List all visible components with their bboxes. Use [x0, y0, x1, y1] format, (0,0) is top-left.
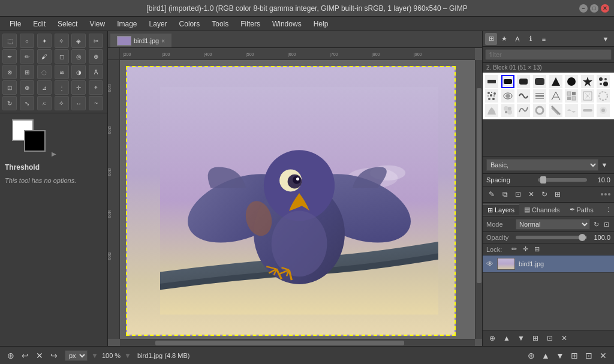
brush-cell[interactable] [533, 89, 546, 103]
layer-visibility-icon[interactable]: 👁 [486, 260, 493, 268]
spacing-slider[interactable] [538, 178, 587, 182]
brush-cell[interactable] [485, 89, 498, 103]
brush-cell[interactable] [565, 75, 578, 88]
status-nav-undo[interactable]: ↩ [19, 350, 31, 362]
menu-item-edit[interactable]: Edit [28, 19, 50, 29]
brush-preset-select[interactable]: Basic, [486, 159, 598, 171]
brush-cell[interactable] [533, 104, 546, 117]
menu-item-tools[interactable]: Tools [207, 19, 233, 29]
ellipse-select-tool[interactable]: ○ [20, 34, 34, 48]
layers-mode-select[interactable]: Normal Dissolve Multiply [516, 219, 590, 230]
dodge-burn-tool[interactable]: ◑ [71, 65, 86, 79]
fonts-panel-icon[interactable]: A [511, 33, 523, 45]
color-picker-tool[interactable]: ⊡ [2, 80, 17, 95]
opacity-slider[interactable] [516, 236, 587, 239]
lock-alpha-btn[interactable]: ⊞ [532, 245, 541, 253]
brush-cell[interactable] [517, 75, 530, 88]
tab-channels[interactable]: ▤ Channels [519, 204, 564, 215]
duplicate-layer-btn[interactable]: ⊞ [529, 332, 541, 344]
warp-tool[interactable]: ~ [89, 96, 103, 110]
scissors-tool[interactable]: ✂ [89, 34, 103, 48]
paths-tool[interactable]: ✒ [2, 49, 17, 64]
mode-lock-icon[interactable]: ⊡ [603, 221, 610, 228]
preset-expand-icon[interactable]: ▼ [598, 159, 610, 171]
select-by-color-tool[interactable]: ◈ [71, 34, 86, 48]
layers-panel-options[interactable]: ⋮ [603, 204, 614, 215]
brush-cell[interactable] [565, 89, 578, 103]
status-nav-redo[interactable]: ↪ [48, 350, 60, 362]
delete-layer-btn[interactable]: ✕ [558, 332, 570, 344]
lock-pixels-btn[interactable]: ✏ [510, 245, 519, 253]
lower-layer-btn[interactable]: ▼ [515, 332, 527, 344]
brush-more-dots[interactable] [601, 192, 610, 197]
copy-brush-icon[interactable]: ⊡ [513, 189, 523, 200]
brush-cell[interactable] [549, 89, 562, 103]
brush-cell[interactable] [517, 104, 530, 117]
perspective-clone-tool[interactable]: ⊞ [20, 65, 34, 79]
delete-icon[interactable]: ✕ [597, 350, 609, 362]
layer-row[interactable]: 👁 bird1.jpg [483, 255, 614, 273]
mode-legacy-icon[interactable]: ↻ [592, 221, 600, 228]
new-layer-btn[interactable]: ⊕ [486, 332, 498, 344]
close-button[interactable]: ✕ [601, 4, 609, 13]
menu-item-windows[interactable]: Windows [267, 19, 306, 29]
canvas-tab-close[interactable]: × [161, 38, 165, 44]
perspective-tool[interactable]: ⟡ [55, 96, 69, 110]
move-tool[interactable]: ✛ [71, 80, 86, 95]
status-nav-left[interactable]: ⊕ [5, 350, 17, 362]
brush-cell[interactable] [565, 104, 578, 117]
shear-tool[interactable]: ⟈ [37, 96, 52, 110]
text-tool[interactable]: A [89, 65, 103, 79]
save-brush-icon[interactable]: ⊞ [552, 189, 563, 200]
pencil-tool[interactable]: ✏ [20, 49, 34, 64]
raise-layer-btn[interactable]: ▲ [501, 332, 513, 344]
brush-cell[interactable] [597, 75, 610, 88]
clone-tool[interactable]: ⊕ [89, 49, 103, 64]
menu-item-filters[interactable]: Filters [236, 19, 265, 29]
blur-sharpen-tool[interactable]: ◌ [37, 65, 52, 79]
heal-tool[interactable]: ⊗ [2, 65, 17, 79]
spacing-slider-thumb[interactable] [540, 176, 546, 183]
menu-item-layer[interactable]: Layer [145, 19, 172, 29]
brush-cell[interactable] [485, 104, 498, 117]
brush-cell[interactable] [581, 89, 594, 103]
brush-cell[interactable] [581, 104, 594, 117]
edit-brush-icon[interactable]: ✎ [486, 189, 497, 200]
rect-select-tool[interactable]: ⬚ [2, 34, 17, 48]
maximize-button[interactable]: □ [590, 4, 598, 13]
menu-item-colors[interactable]: Colors [174, 19, 205, 29]
brush-cell[interactable] [597, 104, 610, 117]
menu-item-view[interactable]: View [85, 19, 110, 29]
vscroll-thumb[interactable] [477, 88, 481, 284]
flip-tool[interactable]: ↔ [71, 96, 86, 110]
menu-item-image[interactable]: Image [112, 19, 142, 29]
free-select-tool[interactable]: ✦ [37, 34, 52, 48]
brush-cell[interactable] [501, 75, 514, 88]
opacity-thumb[interactable] [579, 234, 586, 241]
panel-options-icon[interactable]: ▼ [600, 33, 612, 45]
tab-paths[interactable]: ✒ Paths [565, 204, 598, 215]
airbrush-tool[interactable]: ◎ [71, 49, 86, 64]
crop-tool[interactable]: ⌖ [89, 80, 103, 95]
paintbrush-tool[interactable]: 🖌 [37, 49, 52, 64]
raise-icon[interactable]: ▲ [540, 350, 552, 362]
horizontal-scrollbar[interactable] [120, 339, 475, 346]
smudge-tool[interactable]: ≋ [55, 65, 69, 79]
brush-cell[interactable] [501, 104, 514, 117]
duplicate-brush-icon[interactable]: ⧉ [499, 189, 510, 200]
brush-cell[interactable] [597, 89, 610, 103]
patterns-panel-icon[interactable]: ★ [498, 33, 510, 45]
brush-filter-input[interactable] [485, 49, 612, 60]
background-color[interactable] [24, 130, 46, 152]
minimize-button[interactable]: – [579, 4, 588, 13]
brushes-panel-icon[interactable]: ⊞ [485, 33, 497, 45]
rotate-tool[interactable]: ↻ [2, 96, 17, 110]
duplicate-icon[interactable]: ⊞ [568, 350, 580, 362]
zoom-in-icon[interactable]: ⊕ [525, 350, 537, 362]
hscroll-thumb[interactable] [155, 341, 404, 345]
refresh-brush-icon[interactable]: ↻ [539, 189, 550, 200]
brush-cell[interactable] [485, 75, 498, 88]
brush-cell[interactable] [517, 89, 530, 103]
vertical-scrollbar[interactable] [475, 60, 482, 339]
brush-cell[interactable] [581, 75, 594, 88]
